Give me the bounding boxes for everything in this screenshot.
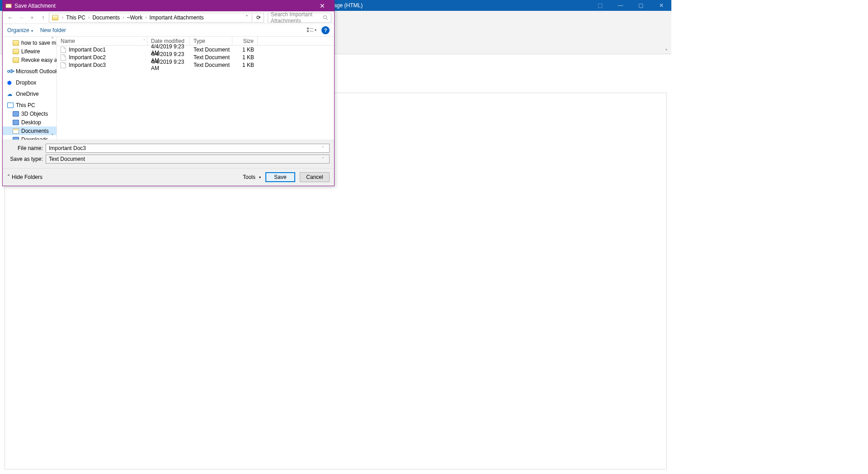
dialog-action-bar: ˄ Hide Folders Tools ▾ Save Cancel bbox=[3, 168, 334, 186]
close-button[interactable]: ✕ bbox=[651, 0, 671, 11]
chevron-down-icon[interactable]: ˅ bbox=[319, 157, 326, 161]
file-name: Important Doc3 bbox=[69, 62, 106, 68]
dialog-close-button[interactable]: ✕ bbox=[313, 2, 331, 9]
tree-item-label: Documents bbox=[21, 128, 49, 134]
save-button[interactable]: Save bbox=[265, 172, 295, 182]
tree-item[interactable]: ⬢Dropbox bbox=[3, 78, 57, 87]
file-name: Important Doc1 bbox=[69, 47, 106, 53]
tree-item[interactable]: Documents bbox=[3, 127, 57, 135]
minimize-button[interactable]: — bbox=[610, 0, 631, 11]
tree-item[interactable]: Downloads bbox=[3, 135, 57, 140]
refresh-button[interactable]: ⟳ bbox=[253, 13, 264, 23]
pc-icon bbox=[7, 103, 14, 108]
tools-menu[interactable]: Tools ▾ bbox=[243, 174, 261, 180]
tree-item-label: This PC bbox=[16, 102, 35, 108]
cancel-button[interactable]: Cancel bbox=[300, 172, 330, 182]
tree-item-label: Desktop bbox=[21, 119, 41, 126]
file-date: 4/4/2019 9:23 AM bbox=[147, 59, 190, 71]
tree-item-label: Downloads bbox=[21, 136, 48, 140]
search-placeholder: Search Important Attachments bbox=[271, 11, 323, 24]
tree-item[interactable]: ☁OneDrive bbox=[3, 89, 57, 98]
device-icon bbox=[13, 120, 19, 125]
breadcrumb-item[interactable]: Important Attachments bbox=[149, 14, 205, 21]
tree-item[interactable]: o⌱Microsoft Outlook bbox=[3, 67, 57, 75]
file-size: 1 KB bbox=[232, 54, 258, 61]
nav-up-button[interactable]: ↑ bbox=[38, 13, 48, 23]
svg-line-2 bbox=[326, 19, 328, 20]
file-type: Text Document bbox=[190, 62, 232, 68]
tree-item[interactable]: Lifewire bbox=[3, 47, 57, 56]
svg-rect-4 bbox=[307, 30, 309, 32]
breadcrumb-dropdown-icon[interactable]: ˅ bbox=[243, 14, 251, 21]
search-input[interactable]: Search Important Attachments bbox=[268, 13, 331, 23]
tree-scroll-up-icon[interactable]: ˄ bbox=[51, 37, 56, 43]
nav-back-button[interactable]: ← bbox=[5, 13, 15, 23]
tree-item[interactable]: Revoke easy acc bbox=[3, 56, 57, 64]
breadcrumb-item[interactable]: ~Work bbox=[126, 14, 143, 21]
save-attachment-dialog: Save Attachment ✕ ← → ▾ ↑ › This PC › Do… bbox=[2, 0, 335, 186]
mail-icon bbox=[5, 3, 12, 9]
nav-recent-dropdown[interactable]: ▾ bbox=[27, 13, 37, 23]
file-size: 1 KB bbox=[232, 62, 258, 68]
file-type: Text Document bbox=[190, 54, 232, 61]
device-icon bbox=[13, 137, 19, 140]
search-icon bbox=[323, 15, 328, 20]
tree-item[interactable]: This PC bbox=[3, 101, 57, 109]
svg-rect-3 bbox=[307, 28, 309, 29]
tree-item-label: 3D Objects bbox=[21, 111, 48, 117]
popout-button[interactable]: ⬚ bbox=[590, 0, 610, 11]
tree-item-label: Revoke easy acc bbox=[21, 57, 57, 63]
saveastype-select[interactable]: Text Document ˅ bbox=[46, 155, 330, 164]
sort-indicator-icon: ˄ bbox=[143, 39, 145, 43]
help-button[interactable]: ? bbox=[321, 26, 330, 34]
tree-item[interactable]: 3D Objects bbox=[3, 109, 57, 118]
device-icon bbox=[13, 111, 19, 117]
chevron-right-icon: › bbox=[60, 15, 65, 20]
tree-item-label: Microsoft Outlook bbox=[16, 68, 57, 75]
text-file-icon bbox=[61, 62, 66, 68]
tree-item[interactable]: how to save mul bbox=[3, 38, 57, 47]
dialog-titlebar: Save Attachment ✕ bbox=[3, 0, 334, 11]
folder-icon bbox=[13, 49, 19, 54]
tree-item-label: Lifewire bbox=[21, 48, 40, 55]
organize-button[interactable]: Organize▾ bbox=[7, 27, 33, 33]
tree-item[interactable]: Desktop bbox=[3, 118, 57, 127]
text-file-icon bbox=[61, 47, 66, 53]
file-list: Name˄ Date modified Type Size Important … bbox=[57, 37, 334, 140]
new-folder-button[interactable]: New folder bbox=[40, 27, 66, 33]
view-options-button[interactable]: ▾ bbox=[305, 26, 318, 35]
documents-icon bbox=[13, 128, 19, 134]
nav-forward-button[interactable]: → bbox=[16, 13, 26, 23]
file-type: Text Document bbox=[190, 47, 232, 53]
chevron-down-icon[interactable]: ˅ bbox=[319, 146, 326, 150]
breadcrumb-item[interactable]: This PC bbox=[65, 14, 86, 21]
ribbon-collapse-icon[interactable]: ˄ bbox=[665, 48, 668, 55]
dialog-input-area: File name: Important Doc3 ˅ Save as type… bbox=[3, 140, 334, 168]
chevron-down-icon: ▾ bbox=[259, 175, 261, 179]
file-row[interactable]: Important Doc14/4/2019 9:23 AMText Docum… bbox=[57, 46, 334, 53]
tree-item-label: Dropbox bbox=[16, 80, 36, 86]
folder-icon bbox=[52, 15, 58, 20]
chevron-down-icon: ▾ bbox=[31, 29, 33, 33]
folder-tree: ˄ how to save mulLifewireRevoke easy acc… bbox=[3, 37, 57, 140]
chevron-right-icon: › bbox=[121, 15, 126, 20]
dialog-title: Save Attachment bbox=[14, 3, 56, 9]
chevron-right-icon: › bbox=[143, 15, 148, 20]
column-headers: Name˄ Date modified Type Size bbox=[57, 37, 334, 46]
maximize-button[interactable]: ▢ bbox=[631, 0, 651, 11]
dialog-toolbar: Organize▾ New folder ▾ ? bbox=[3, 24, 334, 37]
file-row[interactable]: Important Doc34/4/2019 9:23 AMText Docum… bbox=[57, 61, 334, 69]
column-size[interactable]: Size bbox=[232, 37, 258, 45]
breadcrumb-item[interactable]: Documents bbox=[91, 14, 121, 21]
filename-input[interactable]: Important Doc3 ˅ bbox=[46, 144, 330, 153]
hide-folders-button[interactable]: ˄ Hide Folders bbox=[7, 174, 42, 180]
folder-icon bbox=[13, 40, 19, 46]
breadcrumb[interactable]: › This PC › Documents › ~Work › Importan… bbox=[49, 13, 252, 23]
chevron-up-icon: ˄ bbox=[7, 174, 10, 180]
tree-scroll-down-icon[interactable]: ˅ bbox=[51, 133, 56, 140]
column-spacer bbox=[258, 37, 262, 45]
file-row[interactable]: Important Doc24/4/2019 9:23 AMText Docum… bbox=[57, 53, 334, 61]
column-type[interactable]: Type bbox=[190, 37, 232, 45]
column-name[interactable]: Name˄ bbox=[57, 37, 147, 45]
dropbox-icon: ⬢ bbox=[7, 80, 14, 85]
